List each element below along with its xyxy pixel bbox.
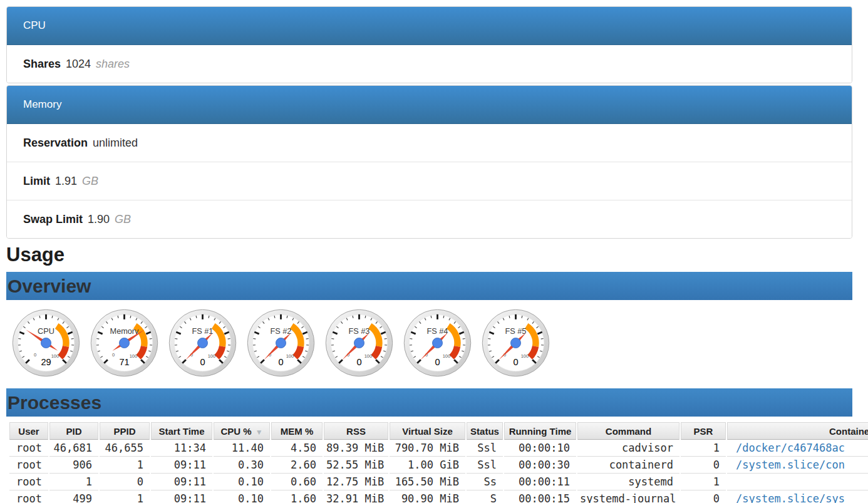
col-header-mem[interactable]: MEM % <box>271 422 323 440</box>
col-header-start-time[interactable]: Start Time <box>151 422 212 440</box>
cell-virtual-size: 165.50 MiB <box>390 474 465 490</box>
limit-label: Limit <box>23 175 50 188</box>
reservation-label: Reservation <box>23 137 88 150</box>
process-table-head: UserPIDPPIDStart TimeCPU %▼MEM %RSSVirtu… <box>9 422 868 440</box>
cell-container: /system.slice/con <box>727 457 868 474</box>
col-header-label: Start Time <box>158 426 204 437</box>
cell-rss: 52.55 MiB <box>324 457 388 474</box>
gauge-hub <box>432 338 442 348</box>
cell-rss: 89.39 MiB <box>324 440 388 457</box>
col-header-label: User <box>18 426 39 437</box>
shares-unit: shares <box>96 58 130 71</box>
gauge-memory: 0 100 Memory 71 <box>89 308 160 378</box>
cell-mem: 0.60 <box>271 474 323 490</box>
gauge-title: FS #2 <box>271 327 292 336</box>
col-header-label: MEM % <box>281 426 314 437</box>
col-header-virtual-size[interactable]: Virtual Size <box>390 422 465 440</box>
col-header-label: CPU % <box>220 426 251 437</box>
memory-swap-limit-item: Swap Limit 1.90 GB <box>7 200 852 238</box>
gauge-fs-5: 0 100 FS #5 0 <box>480 308 551 378</box>
gauge-hub <box>354 338 364 348</box>
cell-psr: 0 <box>681 490 726 503</box>
gauge-value: 0 <box>200 357 205 367</box>
cell-running-time: 00:00:11 <box>504 474 576 490</box>
col-header-user[interactable]: User <box>9 422 48 440</box>
col-header-label: Container <box>829 426 868 437</box>
gauge-max-label: 100 <box>130 353 138 359</box>
col-header-label: PID <box>66 426 81 437</box>
cell-virtual-size: 90.90 MiB <box>390 490 465 503</box>
cell-mem: 1.60 <box>271 490 323 503</box>
col-header-label: Status <box>470 426 499 437</box>
cell-user: root <box>9 490 48 503</box>
cpu-shares-item: Shares 1024 shares <box>7 45 852 83</box>
cell-user: root <box>9 474 48 490</box>
sort-desc-icon: ▼ <box>256 428 263 437</box>
gauge-title: FS #5 <box>505 327 527 336</box>
limit-unit: GB <box>82 175 98 188</box>
cell-mem: 2.60 <box>271 457 323 474</box>
cell-cpu: 0.10 <box>214 474 270 490</box>
swap-limit-value: 1.90 <box>88 213 110 226</box>
cell-command: systemd <box>577 474 679 490</box>
cpu-panel-heading: CPU <box>7 7 852 45</box>
gauge-max-label: 100 <box>286 353 294 359</box>
col-header-pid[interactable]: PID <box>49 422 98 440</box>
gauge-max-label: 100 <box>364 353 373 359</box>
gauge-value: 71 <box>119 357 129 367</box>
col-header-label: Running Time <box>509 426 572 437</box>
usage-heading: Usage <box>6 243 852 266</box>
cell-start-time: 09:11 <box>151 490 212 503</box>
gauge-cpu: 0 100 CPU 29 <box>11 308 81 378</box>
process-table-header-row: UserPIDPPIDStart TimeCPU %▼MEM %RSSVirtu… <box>9 422 868 440</box>
cell-container: /system.slice/sys <box>727 490 868 503</box>
cadvisor-page: CPU Shares 1024 shares Memory Reservatio… <box>6 6 852 503</box>
col-header-psr[interactable]: PSR <box>681 422 726 440</box>
cell-psr: 1 <box>681 474 726 490</box>
cell-cpu: 0.10 <box>214 490 270 503</box>
col-header-cpu[interactable]: CPU %▼ <box>214 422 270 440</box>
overview-section-bar: Overview <box>6 272 852 300</box>
cell-ppid: 1 <box>100 490 150 503</box>
gauge-max-label: 100 <box>521 353 529 359</box>
process-table: UserPIDPPIDStart TimeCPU %▼MEM %RSSVirtu… <box>8 422 868 503</box>
col-header-label: PSR <box>694 426 713 437</box>
cell-cpu: 11.40 <box>214 440 270 457</box>
container-link[interactable]: /system.slice/sys <box>736 492 845 503</box>
cell-status: S <box>467 490 503 503</box>
cell-start-time: 11:34 <box>151 440 212 457</box>
container-link[interactable]: /system.slice/con <box>736 459 845 471</box>
cell-running-time: 00:00:15 <box>504 490 576 503</box>
col-header-label: Command <box>606 426 651 437</box>
cell-status: Ssl <box>467 440 503 457</box>
process-row: root906109:110.302.6052.55 MiB1.00 GiBSs… <box>9 457 868 474</box>
cell-user: root <box>9 457 48 474</box>
col-header-rss[interactable]: RSS <box>324 422 388 440</box>
gauge-min-label: 0 <box>34 352 36 358</box>
cell-user: root <box>9 440 48 457</box>
cell-container: /docker/c467468ac <box>727 440 868 457</box>
gauge-value: 0 <box>435 357 440 367</box>
col-header-ppid[interactable]: PPID <box>100 422 150 440</box>
process-row: root499109:110.101.6032.91 MiB90.90 MiBS… <box>9 490 868 503</box>
cell-ppid: 1 <box>100 457 150 474</box>
col-header-command[interactable]: Command <box>577 422 679 440</box>
container-link[interactable]: /docker/c467468ac <box>736 442 845 454</box>
col-header-running-time[interactable]: Running Time <box>504 422 576 440</box>
cell-rss: 32.91 MiB <box>324 490 388 503</box>
cell-ppid: 46,655 <box>100 440 150 457</box>
processes-section-bar: Processes <box>6 388 852 417</box>
cell-pid: 1 <box>49 474 98 490</box>
cell-cpu: 0.30 <box>214 457 270 474</box>
cell-psr: 0 <box>681 457 726 474</box>
gauge-min-label: 0 <box>112 352 115 358</box>
gauge-fs-4: 0 100 FS #4 0 <box>402 308 473 378</box>
cell-status: Ssl <box>467 457 503 474</box>
cell-command: cadvisor <box>577 440 679 457</box>
cell-ppid: 0 <box>100 474 150 490</box>
processes-heading: Processes <box>8 392 101 413</box>
col-header-container[interactable]: Container <box>727 422 868 440</box>
gauge-max-label: 100 <box>443 353 451 359</box>
memory-limit-item: Limit 1.91 GB <box>7 162 852 200</box>
col-header-status[interactable]: Status <box>467 422 503 440</box>
